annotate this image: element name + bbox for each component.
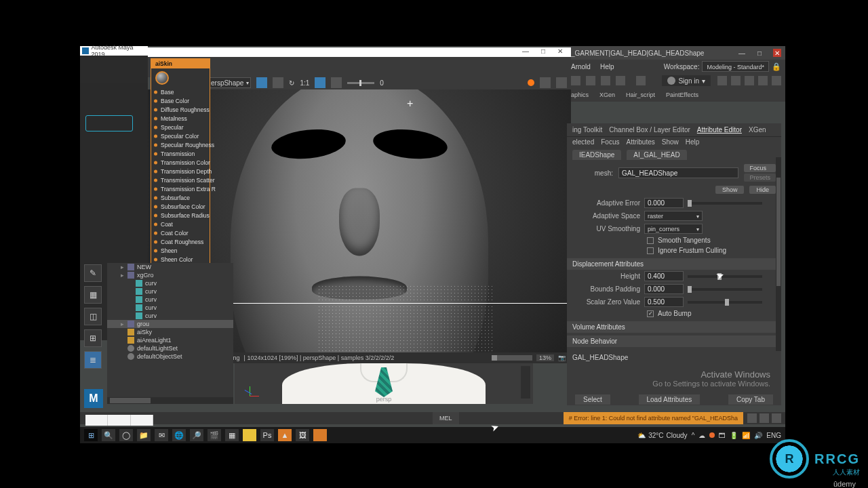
outliner-row[interactable]: defaultObjectSet	[107, 352, 233, 361]
start-button[interactable]: ⊞	[84, 429, 98, 441]
signin-button[interactable]: Sign in ▾	[662, 75, 711, 86]
window-minimize-button[interactable]: —	[738, 49, 746, 57]
smooth-tangents-checkbox[interactable]	[647, 237, 654, 244]
toolbar-icon[interactable]	[601, 76, 610, 85]
toolbar-icon[interactable]	[758, 76, 768, 85]
persp-viewport[interactable]: persp	[235, 363, 533, 404]
volume-icon[interactable]: 🔊	[754, 432, 762, 439]
ae-select-button[interactable]: Select	[575, 394, 610, 405]
taskbar-app-icon[interactable]: 🎬	[208, 429, 221, 441]
cmd-icon[interactable]	[772, 413, 781, 423]
shader-attr-item[interactable]: Specular Color	[151, 131, 210, 140]
outliner-row[interactable]: ▸NEW	[107, 263, 233, 271]
menu-help[interactable]: Help	[600, 63, 614, 70]
disclosure-icon[interactable]: ▸	[119, 321, 125, 327]
ae-menu[interactable]: Attributes	[626, 138, 654, 146]
outliner-row[interactable]: aiAreaLight1	[107, 336, 233, 344]
rv-minimize-button[interactable]: —	[522, 47, 529, 57]
adaptive-error-slider[interactable]	[688, 202, 762, 205]
outliner-row[interactable]: curv	[107, 304, 233, 312]
outliner-row[interactable]: defaultLightSet	[107, 344, 233, 352]
taskbar-app-icon[interactable]: 📁	[137, 429, 151, 441]
shader-attr-item[interactable]: Metalness	[151, 114, 210, 123]
lock-icon[interactable]: 🔒	[772, 62, 781, 71]
task-view-icon[interactable]: ◯	[119, 429, 133, 441]
shader-attr-item[interactable]: Transmission Color	[151, 158, 210, 167]
viewport-camera-controls[interactable]	[521, 366, 530, 399]
ae-vscrollbar[interactable]	[776, 157, 781, 351]
ae-menu[interactable]: elected	[572, 138, 594, 146]
panel-tab[interactable]: XGen	[749, 126, 766, 134]
taskbar-app-icon[interactable]: 🖼	[296, 429, 309, 441]
uv-smoothing-dropdown[interactable]: pin_corners	[644, 224, 703, 234]
shader-attr-item[interactable]: Subsurface Radius	[151, 211, 210, 220]
toolbar-icon[interactable]	[772, 76, 781, 85]
hide-button[interactable]: Hide	[749, 186, 776, 194]
rv-ratio[interactable]: 1:1	[300, 79, 309, 87]
autobump-checkbox[interactable]: ✓	[647, 310, 654, 317]
shelf-tab[interactable]: Hair_script	[626, 92, 655, 98]
ae-copytab-button[interactable]: Copy Tab	[728, 394, 773, 405]
shader-attr-item[interactable]: Specular Roughness	[151, 140, 210, 149]
shelf-tab[interactable]: PaintEffects	[666, 92, 698, 98]
outliner-row[interactable]: curv	[107, 312, 233, 320]
cmd-icon[interactable]	[747, 413, 757, 423]
taskbar-app-icon[interactable]	[243, 429, 256, 441]
height-slider[interactable]	[688, 275, 762, 278]
toolbar-icon[interactable]	[717, 76, 727, 85]
window-maximize-button[interactable]: □	[755, 49, 764, 57]
bounds-slider[interactable]	[688, 288, 762, 291]
rv-toolbar-icon[interactable]	[540, 77, 551, 88]
shelf-tab[interactable]: aphics	[571, 92, 589, 98]
ae-footer-tab[interactable]: GAL_HEADShape	[567, 352, 781, 363]
refresh-icon[interactable]: ↻	[289, 79, 294, 87]
shader-attr-item[interactable]: Coat Color	[151, 228, 210, 237]
taskbar-app-icon[interactable]: ▲	[278, 429, 292, 441]
shader-attr-item[interactable]: Base	[151, 87, 210, 96]
scalar-zero-slider[interactable]	[688, 301, 762, 304]
panel-tab[interactable]: Channel Box / Layer Editor	[609, 126, 690, 134]
outliner-row[interactable]: ▸xgGro	[107, 271, 233, 279]
shader-attr-item[interactable]: Transmission Depth	[151, 167, 210, 176]
wifi-icon[interactable]: 📶	[742, 432, 750, 439]
volume-section-header[interactable]: Volume Attributes	[567, 321, 781, 333]
presets-button[interactable]: Presets	[744, 174, 776, 182]
ae-node-tab[interactable]: IEADShape	[572, 150, 621, 160]
adaptive-space-dropdown[interactable]: raster	[644, 211, 703, 221]
rv-region-button[interactable]	[315, 77, 326, 88]
shader-attr-item[interactable]: Specular	[151, 123, 210, 131]
rv-toolbar-icon[interactable]	[273, 77, 283, 88]
bounds-padding-field[interactable]	[644, 284, 684, 294]
stop-icon[interactable]	[636, 76, 646, 85]
menu-arnold[interactable]: Arnold	[571, 63, 591, 70]
shelf-tab[interactable]: XGen	[599, 92, 615, 98]
outliner-row[interactable]: aiSky	[107, 328, 233, 336]
toolbar-icon[interactable]	[586, 76, 595, 85]
axis-gizmo[interactable]	[241, 382, 259, 400]
panel-tab-attribute-editor[interactable]: Attribute Editor	[697, 126, 742, 134]
rv-close-button[interactable]: ✕	[557, 47, 563, 57]
taskbar-app-icon[interactable]: ✉	[155, 429, 168, 441]
rv-maximize-button[interactable]: □	[541, 47, 545, 57]
shader-attr-item[interactable]: Diffuse Roughness	[151, 105, 210, 114]
taskbar-app-icon[interactable]	[313, 429, 327, 441]
disclosure-icon[interactable]: ▸	[119, 272, 125, 279]
outliner-toggle-button[interactable]: ≣	[84, 351, 102, 369]
outliner-row[interactable]: curv	[107, 296, 233, 304]
workspace-selector[interactable]: Modeling - Standard*	[702, 61, 769, 72]
tool-button[interactable]: ⊞	[84, 329, 102, 347]
tool-button[interactable]: ✎	[84, 264, 102, 282]
window-close-button[interactable]: ✕	[773, 49, 781, 57]
rv-camera-selector[interactable]: erspShape	[206, 77, 251, 88]
shader-attr-item[interactable]: Base Color	[151, 96, 210, 105]
system-tray[interactable]: ^ ☁ 🗔 🔋 📶 🔊 ENG	[692, 432, 781, 439]
ae-menu[interactable]: Focus	[601, 138, 619, 146]
camera-icon[interactable]: 📷	[558, 354, 566, 361]
shader-attr-item[interactable]: Sheen	[151, 246, 210, 255]
rv-exposure-slider[interactable]	[347, 82, 374, 84]
rv-toolbar-icon[interactable]	[556, 77, 567, 88]
mesh-name-field[interactable]	[618, 167, 738, 178]
maya-home-icon[interactable]: M	[84, 389, 103, 408]
ignore-frustum-checkbox[interactable]	[647, 247, 654, 254]
taskbar-app-icon[interactable]: 🔎	[190, 429, 203, 441]
